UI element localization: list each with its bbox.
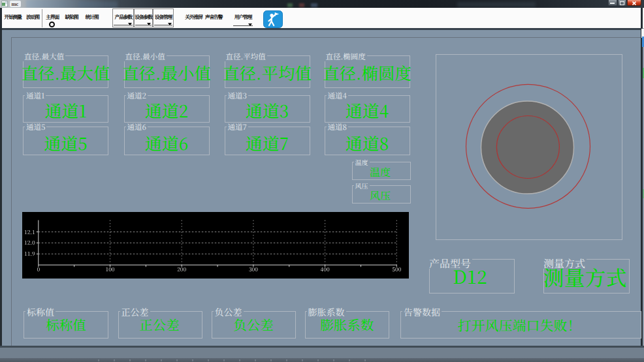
svg-text:12.0: 12.0 — [24, 239, 35, 247]
svg-text:300: 300 — [249, 265, 258, 273]
svg-text:0: 0 — [37, 265, 40, 273]
svg-text:100: 100 — [105, 265, 114, 273]
svg-text:400: 400 — [321, 265, 330, 273]
svg-text:12.1: 12.1 — [24, 228, 35, 236]
svg-text:200: 200 — [177, 265, 186, 273]
svg-text:11.9: 11.9 — [24, 250, 35, 258]
svg-text:500: 500 — [392, 265, 401, 273]
